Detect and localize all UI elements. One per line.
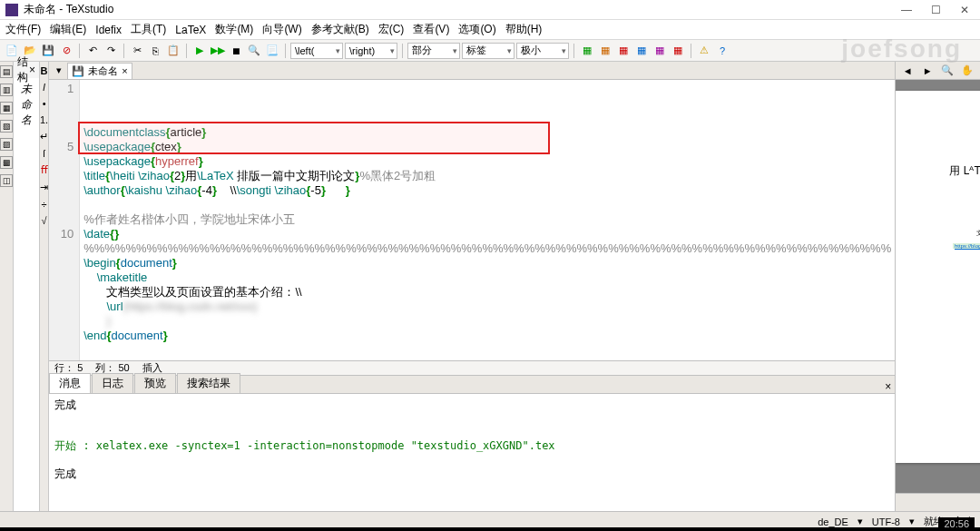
viewlog-icon[interactable]: 📃 [264,43,280,59]
tbl4-icon[interactable]: ▦ [633,43,650,59]
structure-close-icon[interactable]: × [29,64,35,76]
tab-list-icon[interactable]: ▾ [51,63,67,79]
right-combo[interactable]: \right) [345,43,397,59]
preview-status: ⇄ 第 1 页, 共 1 页 49% – + [896,493,980,511]
highlight-box [78,122,550,154]
panel-icon[interactable]: ▤ [0,65,13,78]
paste-icon[interactable]: 📋 [165,43,181,59]
tbl6-icon[interactable]: ▦ [670,43,686,59]
ligature-icon[interactable]: ﬀ [41,164,48,176]
view-icon[interactable]: 🔍 [246,43,262,59]
compile-icon[interactable]: ▶▶ [210,43,226,59]
cut-icon[interactable]: ✂ [129,43,145,59]
left-icon-bar: ▤ ▥ ▦ ▧ ▨ ▩ ◫ [0,62,14,511]
save-icon: 💾 [72,65,84,77]
main-toolbar: 📄 📂 💾 ⊘ ↶ ↷ ✂ ⎘ 📋 ▶ ▶▶ ⏹ 🔍 📃 \left( \rig… [0,40,980,62]
app-icon [5,4,18,16]
frac-icon[interactable]: ÷ [42,199,47,210]
menu-wizard[interactable]: 向导(W) [262,22,301,37]
enum-icon[interactable]: 1. [40,114,48,125]
panel-icon[interactable]: ▦ [0,102,13,114]
panel-icon[interactable]: ▧ [0,120,13,133]
structure-root[interactable]: 未命名 [14,78,39,511]
ss-icon[interactable]: ſ [43,148,44,159]
log-close-icon[interactable]: × [885,380,891,393]
title-bar: 未命名 - TeXstudio — ☐ ✕ [0,0,980,20]
newline-icon[interactable]: ↵ [40,131,48,143]
copy-icon[interactable]: ⎘ [147,43,163,59]
log-line: 开始 : xelatex.exe -synctex=1 -interaction… [54,438,889,454]
editor-tab-bar: ▾ 💾 未命名 × [49,62,895,80]
encoding-combo[interactable]: UTF-8 [872,516,900,527]
doc-inst: 在校研究生猪群号: 970479548 [914,203,980,212]
panel-icon[interactable]: ▨ [0,138,13,151]
code-editor[interactable]: 1 5 10 \documentclass{article}\usepackag… [49,80,895,360]
log-tab-messages[interactable]: 消息 [49,373,91,393]
panel-icon[interactable]: ▥ [0,84,13,96]
tbl5-icon[interactable]: ▦ [652,43,668,59]
doc-author: 宋歆 [914,192,980,202]
save-icon[interactable]: 💾 [40,43,56,59]
lang-combo[interactable]: de_DE [818,516,848,527]
item-icon[interactable]: • [43,98,46,109]
label-combo[interactable]: 标签 [462,43,514,59]
preview-canvas[interactable]: 用 LᴬTᴇX 排版一篇中文期刊论文 宋歆 在校研究生猪群号: 97047954… [896,80,980,493]
prev-back-icon[interactable]: ◄ [899,63,916,79]
menu-help[interactable]: 帮助(H) [505,22,543,37]
menu-bib[interactable]: 参考文献(B) [311,22,369,37]
sqrt-icon[interactable]: √ [42,215,47,226]
preview-toolbar: ◄ ► 🔍 ✋ ⛶ ⏮ ◄ ► ⏭ ❐ × [896,62,980,80]
log-tab-search[interactable]: 搜索结果 [177,373,240,393]
doc-desc: 文档类型以及页面设置的基本介绍： [914,229,980,238]
menu-idefix[interactable]: Idefix [95,24,122,36]
log-line: 完成 [54,467,889,482]
tbl1-icon[interactable]: ▦ [579,43,595,59]
menu-latex[interactable]: LaTeX [175,24,206,36]
build-icon[interactable]: ▶ [191,43,208,59]
tab-close-icon[interactable]: × [122,65,127,76]
panel-icon[interactable]: ▩ [0,156,13,169]
bold-icon[interactable]: B [41,65,48,76]
warn-icon[interactable]: ⚠ [696,43,712,59]
prev-fwd-icon[interactable]: ► [919,63,936,79]
maximize-button[interactable]: ☐ [929,4,942,16]
pdf-preview: ◄ ► 🔍 ✋ ⛶ ⏮ ◄ ► ⏭ ❐ × 用 LᴬTᴇX 排版一篇中文期刊论文… [895,62,980,511]
stop-icon[interactable]: ⏹ [228,43,244,59]
clock: 20:56 [938,517,975,530]
tab-label: 未命名 [88,64,118,78]
structure-panel: 结构 × 未命名 [14,62,40,511]
menu-view[interactable]: 查看(V) [413,22,449,37]
pdf-page: 用 LᴬTᴇX 排版一篇中文期刊论文 宋歆 在校研究生猪群号: 97047954… [896,91,980,463]
menu-edit[interactable]: 编辑(E) [50,22,86,37]
menu-options[interactable]: 选项(O) [458,22,495,37]
tbl3-icon[interactable]: ▦ [615,43,632,59]
italic-icon[interactable]: I [43,82,45,93]
panel-icon[interactable]: ◫ [0,174,13,187]
left-combo[interactable]: \left( [290,43,343,59]
log-body[interactable]: 完成 开始 : xelatex.exe -synctex=1 -interact… [49,394,895,511]
prev-zoom-icon[interactable]: 🔍 [939,63,956,79]
help-icon[interactable]: ? [714,43,730,59]
editor-tab[interactable]: 💾 未命名 × [67,63,132,79]
menu-tools[interactable]: 工具(T) [131,22,166,37]
close-button[interactable]: ✕ [958,4,971,16]
close-doc-icon[interactable]: ⊘ [58,43,74,59]
prev-hand-icon[interactable]: ✋ [959,63,975,79]
log-tab-log[interactable]: 日志 [92,373,133,393]
ref-icon[interactable]: ⇥ [40,182,48,193]
log-tab-preview[interactable]: 预览 [134,373,176,393]
log-line: 完成 [54,398,889,413]
menu-file[interactable]: 文件(F) [5,22,41,37]
size-combo[interactable]: 极小 [516,43,569,59]
minimize-button[interactable]: — [900,4,913,16]
section-combo[interactable]: 部分 [407,43,460,59]
code-area[interactable]: \documentclass{article}\usepackage{ctex}… [80,80,895,360]
sync-icon[interactable]: ⇄ [976,495,980,511]
undo-icon[interactable]: ↶ [84,43,101,59]
menu-macro[interactable]: 宏(C) [378,22,405,37]
editor-side-toolbar: B I • 1. ↵ ſ ﬀ ⇥ ÷ √ [40,62,49,511]
tbl2-icon[interactable]: ▦ [597,43,613,59]
menu-math[interactable]: 数学(M) [215,22,253,37]
redo-icon[interactable]: ↷ [103,43,119,59]
taskbar [0,527,980,531]
